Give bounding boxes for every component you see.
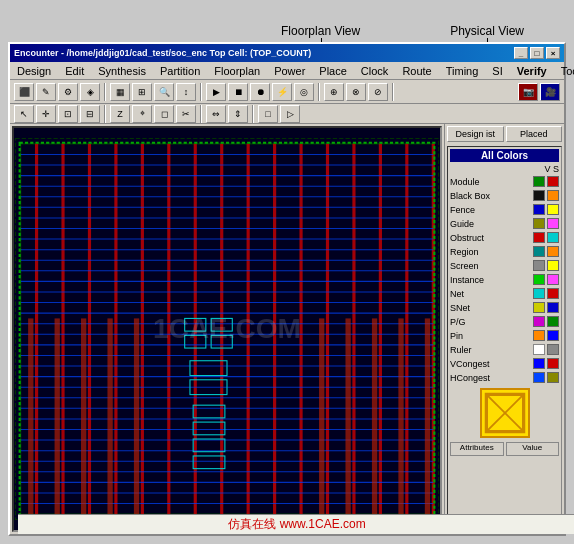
- color-swatch-screen-v[interactable]: [533, 260, 545, 271]
- color-swatch-instance-v[interactable]: [533, 274, 545, 285]
- color-swatch-screen-s[interactable]: [547, 260, 559, 271]
- tb-btn-15[interactable]: ⊗: [346, 83, 366, 101]
- color-swatch-blackbox-v[interactable]: [533, 190, 545, 201]
- menu-timing[interactable]: Timing: [443, 64, 482, 78]
- color-swatch-module-s[interactable]: [547, 176, 559, 187]
- tb-view-2[interactable]: 🎥: [540, 83, 560, 101]
- vs-header: V S: [544, 164, 559, 174]
- color-swatch-region-v[interactable]: [533, 246, 545, 257]
- tb2-btn-1[interactable]: ↖: [14, 105, 34, 123]
- color-swatch-snet-s[interactable]: [547, 302, 559, 313]
- design-btn[interactable]: Design ist: [447, 126, 504, 142]
- menu-bar: Design Edit Synthesis Partition Floorpla…: [10, 62, 564, 80]
- menu-partition[interactable]: Partition: [157, 64, 203, 78]
- color-row-snet: SNet: [450, 301, 559, 314]
- color-swatch-net-v[interactable]: [533, 288, 545, 299]
- color-swatch-region-s[interactable]: [547, 246, 559, 257]
- color-swatch-guide-s[interactable]: [547, 218, 559, 229]
- tb-btn-2[interactable]: ✎: [36, 83, 56, 101]
- color-swatch-net-s[interactable]: [547, 288, 559, 299]
- color-swatch-fence-s[interactable]: [547, 204, 559, 215]
- tb2-btn-8[interactable]: ✂: [176, 105, 196, 123]
- menu-verify[interactable]: Verify: [514, 64, 550, 78]
- color-swatch-vcongest-v[interactable]: [533, 358, 545, 369]
- menu-synthesis[interactable]: Synthesis: [95, 64, 149, 78]
- tb-btn-13[interactable]: ◎: [294, 83, 314, 101]
- tb2-btn-4[interactable]: ⊟: [80, 105, 100, 123]
- minimize-button[interactable]: _: [514, 47, 528, 59]
- menu-edit[interactable]: Edit: [62, 64, 87, 78]
- color-label-obstruct: Obstruct: [450, 233, 531, 243]
- tb-btn-9[interactable]: ▶: [206, 83, 226, 101]
- tb-btn-3[interactable]: ⚙: [58, 83, 78, 101]
- color-label-net: Net: [450, 289, 531, 299]
- menu-power[interactable]: Power: [271, 64, 308, 78]
- tb-btn-1[interactable]: ⬛: [14, 83, 34, 101]
- tb-btn-16[interactable]: ⊘: [368, 83, 388, 101]
- color-swatch-obstruct-v[interactable]: [533, 232, 545, 243]
- tb-btn-12[interactable]: ⚡: [272, 83, 292, 101]
- tb2-btn-2[interactable]: ✛: [36, 105, 56, 123]
- color-swatch-vcongest-s[interactable]: [547, 358, 559, 369]
- color-panel: All Colors V S Module Black Box Fence: [447, 146, 562, 532]
- color-swatch-instance-s[interactable]: [547, 274, 559, 285]
- tb2-btn-12[interactable]: ▷: [280, 105, 300, 123]
- menu-route[interactable]: Route: [399, 64, 434, 78]
- svg-rect-68: [319, 318, 324, 514]
- tb2-btn-9[interactable]: ⇔: [206, 105, 226, 123]
- menu-si[interactable]: SI: [489, 64, 505, 78]
- color-swatch-blackbox-s[interactable]: [547, 190, 559, 201]
- color-label-instance: Instance: [450, 275, 531, 285]
- color-swatch-guide-v[interactable]: [533, 218, 545, 229]
- tb2-btn-6[interactable]: ⌖: [132, 105, 152, 123]
- color-swatch-pg-s[interactable]: [547, 316, 559, 327]
- svg-rect-67: [134, 318, 139, 514]
- menu-floorplan[interactable]: Floorplan: [211, 64, 263, 78]
- color-label-pg: P/G: [450, 317, 531, 327]
- tb-btn-5[interactable]: ▦: [110, 83, 130, 101]
- menu-tools[interactable]: Tools: [558, 64, 574, 78]
- color-swatch-hcongest-v[interactable]: [533, 372, 545, 383]
- tb-btn-8[interactable]: ↕: [176, 83, 196, 101]
- value-btn[interactable]: Value: [506, 442, 560, 456]
- tb2-btn-10[interactable]: ⇕: [228, 105, 248, 123]
- color-swatch-pin-s[interactable]: [547, 330, 559, 341]
- color-swatch-snet-v[interactable]: [533, 302, 545, 313]
- close-button[interactable]: ×: [546, 47, 560, 59]
- tb-btn-10[interactable]: ⏹: [228, 83, 248, 101]
- color-swatch-module-v[interactable]: [533, 176, 545, 187]
- tb-btn-7[interactable]: 🔍: [154, 83, 174, 101]
- color-row-instance: Instance: [450, 273, 559, 286]
- color-row-region: Region: [450, 245, 559, 258]
- menu-clock[interactable]: Clock: [358, 64, 392, 78]
- color-swatch-obstruct-s[interactable]: [547, 232, 559, 243]
- watermark-text: 仿真在线 www.1CAE.com: [228, 516, 365, 533]
- tb2-btn-11[interactable]: □: [258, 105, 278, 123]
- svg-rect-63: [28, 318, 33, 514]
- encounter-window: Encounter - /home/jddjig01/cad_test/soc_…: [8, 42, 566, 536]
- menu-place[interactable]: Place: [316, 64, 350, 78]
- toolbar-sep-3: [318, 83, 320, 101]
- tb-btn-11[interactable]: ⏺: [250, 83, 270, 101]
- color-swatch-pg-v[interactable]: [533, 316, 545, 327]
- svg-rect-72: [425, 318, 430, 514]
- tb-btn-4[interactable]: ◈: [80, 83, 100, 101]
- maximize-button[interactable]: □: [530, 47, 544, 59]
- color-swatch-hcongest-s[interactable]: [547, 372, 559, 383]
- color-swatch-ruler-s[interactable]: [547, 344, 559, 355]
- tb2-btn-5[interactable]: Z: [110, 105, 130, 123]
- tb-btn-14[interactable]: ⊕: [324, 83, 344, 101]
- tb2-btn-3[interactable]: ⊡: [58, 105, 78, 123]
- tb-btn-6[interactable]: ⊞: [132, 83, 152, 101]
- color-swatch-ruler-v[interactable]: [533, 344, 545, 355]
- color-swatch-pin-v[interactable]: [533, 330, 545, 341]
- color-row-hcongest: HCongest: [450, 371, 559, 384]
- color-swatch-fence-v[interactable]: [533, 204, 545, 215]
- floorplan-canvas[interactable]: 1CAE.COM: [12, 126, 442, 532]
- tb2-btn-7[interactable]: ◻: [154, 105, 174, 123]
- menu-design[interactable]: Design: [14, 64, 54, 78]
- placed-btn[interactable]: Placed: [506, 126, 563, 142]
- attributes-btn[interactable]: Attributes: [450, 442, 504, 456]
- tb-view-1[interactable]: 📷: [518, 83, 538, 101]
- svg-rect-66: [107, 318, 112, 514]
